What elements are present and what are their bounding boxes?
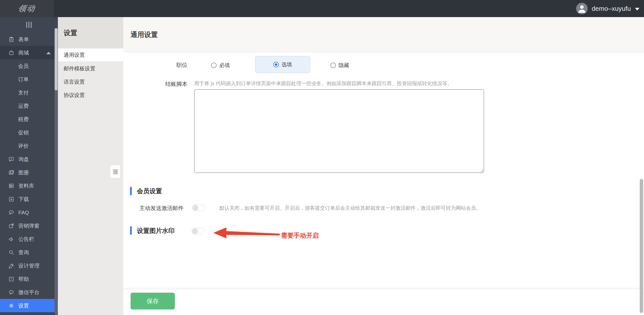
sidebar-item-reviews[interactable]: 评价 bbox=[0, 139, 58, 152]
sidebar-item-label: 设置 bbox=[18, 302, 29, 309]
annotation-text: 需要手动开启 bbox=[281, 231, 319, 240]
sidebar-item-announcement[interactable]: 公告栏 bbox=[0, 232, 58, 246]
download-icon bbox=[8, 196, 15, 202]
radio-option-required[interactable]: 必填 bbox=[211, 62, 230, 69]
sidebar-item-label: 下载 bbox=[18, 196, 29, 203]
sidebar-item-tax[interactable]: 税费 bbox=[0, 113, 58, 126]
announcement-icon bbox=[8, 236, 15, 242]
sidebar-item-label: 订单 bbox=[18, 76, 29, 83]
wechat-icon bbox=[8, 289, 15, 296]
save-button[interactable]: 保存 bbox=[131, 293, 175, 309]
main-scrollbar-thumb[interactable] bbox=[640, 179, 643, 313]
sidebar-item-label: 支付 bbox=[18, 89, 29, 96]
panel-item-label: 通用设置 bbox=[64, 51, 85, 59]
section-accent-bar bbox=[130, 187, 132, 195]
panel-item-label: 语言设置 bbox=[64, 78, 85, 85]
sidebar-item-forms[interactable]: 表单 bbox=[0, 33, 58, 46]
sidebar-item-label: 设计管理 bbox=[18, 262, 39, 269]
sidebar-scrollbar-thumb[interactable] bbox=[55, 28, 58, 90]
chevron-up-icon bbox=[46, 52, 51, 54]
radio-label: 隐藏 bbox=[339, 62, 349, 69]
design-pen-icon bbox=[8, 262, 15, 269]
shop-bag-icon bbox=[8, 49, 15, 56]
inquiry-bubble-icon: ¥ bbox=[8, 156, 15, 163]
faq-bubble-icon bbox=[8, 209, 15, 216]
panel-collapse-button[interactable] bbox=[110, 165, 120, 178]
radio-hidden[interactable] bbox=[330, 63, 336, 68]
gallery-icon bbox=[8, 169, 15, 176]
checkout-script-label: 结账脚本 bbox=[123, 80, 187, 88]
sidebar-item-label: 评价 bbox=[18, 142, 29, 149]
app-logo-text: 领动 bbox=[17, 3, 36, 14]
sidebar-item-faq[interactable]: FAQ bbox=[0, 206, 58, 219]
svg-text:?: ? bbox=[11, 278, 12, 281]
section-accent-bar bbox=[130, 226, 132, 235]
radio-required[interactable] bbox=[211, 63, 217, 68]
radio-option-optional-highlighted[interactable]: 选填 bbox=[255, 56, 310, 73]
sidebar-item-promotion[interactable]: 促销 bbox=[0, 126, 58, 139]
activation-email-description: 默认关闭，如有需要可开启。开启后，游客提交订单后会主动给其邮箱发送一封激活邮件，… bbox=[219, 205, 622, 212]
radio-label: 选填 bbox=[281, 61, 292, 68]
sidebar-item-label: 运费 bbox=[18, 102, 29, 110]
collapse-menu-icon bbox=[112, 169, 118, 175]
search-icon bbox=[8, 249, 15, 256]
sidebar-item-query[interactable]: 查询 bbox=[0, 246, 58, 259]
sidebar-item-gallery[interactable]: 图册 bbox=[0, 166, 58, 179]
sidebar-item-mall[interactable]: 商城 bbox=[0, 46, 58, 59]
sidebar-scrollbar-track[interactable] bbox=[55, 28, 58, 315]
panel-title: 设置 bbox=[58, 17, 123, 48]
app-logo: 领动 bbox=[0, 0, 54, 17]
sidebar-item-label: 营销弹窗 bbox=[18, 222, 39, 229]
sidebar-item-label: 资料库 bbox=[18, 182, 34, 189]
sidebar-item-inquiry[interactable]: ¥ 询盘 bbox=[0, 152, 58, 166]
sidebar-item-download[interactable]: 下载 bbox=[0, 192, 58, 206]
chevron-down-icon bbox=[635, 8, 639, 11]
panel-item-label: 邮件模板设置 bbox=[64, 65, 95, 72]
sidebar-item-wechat[interactable]: 微信平台 bbox=[0, 286, 58, 299]
sidebar-item-members[interactable]: 会员 bbox=[0, 59, 58, 73]
sidebar-item-label: 税费 bbox=[18, 116, 29, 123]
panel-item-language[interactable]: 语言设置 bbox=[58, 75, 123, 88]
sidebar-collapse-handle[interactable] bbox=[0, 17, 58, 33]
help-icon: ? bbox=[8, 276, 15, 282]
library-icon bbox=[8, 183, 15, 189]
sidebar-item-label: 促销 bbox=[18, 129, 29, 136]
user-menu[interactable]: demo–xuyufu bbox=[576, 0, 639, 17]
watermark-toggle[interactable] bbox=[191, 228, 205, 235]
avatar bbox=[576, 3, 588, 14]
sidebar-item-label: 微信平台 bbox=[18, 289, 39, 296]
main-content: 通用设置 职位 必填 选填 隐藏 结账脚本 用于将 js 代码插入到订单详情页面… bbox=[123, 17, 644, 315]
sidebar-item-shipping[interactable]: 运费 bbox=[0, 99, 58, 113]
sidebar-item-label: 帮助 bbox=[18, 276, 29, 283]
checkout-script-description: 用于将 js 代码插入到订单详情页面中来跟踪处理一些业务。例如添加跟踪脚本来跟踪… bbox=[194, 80, 481, 87]
panel-item-general-settings[interactable]: 通用设置 bbox=[58, 48, 123, 62]
sidebar-item-label: 图册 bbox=[18, 169, 29, 176]
gear-icon bbox=[8, 302, 15, 309]
page-header: 通用设置 bbox=[123, 17, 644, 52]
popup-icon bbox=[8, 223, 15, 229]
sidebar-item-library[interactable]: 资料库 bbox=[0, 179, 58, 192]
sidebar-item-settings[interactable]: 设置 bbox=[0, 299, 58, 312]
activation-email-label: 主动发送激活邮件 bbox=[119, 204, 184, 212]
panel-item-agreement[interactable]: 协议设置 bbox=[58, 88, 123, 102]
sidebar-item-marketing-popup[interactable]: 营销弹窗 bbox=[0, 219, 58, 232]
radio-optional-selected[interactable] bbox=[273, 62, 279, 67]
panel-item-email-template[interactable]: 邮件模板设置 bbox=[58, 62, 123, 75]
svg-text:¥: ¥ bbox=[10, 158, 12, 160]
sidebar-item-orders[interactable]: 订单 bbox=[0, 73, 58, 86]
settings-panel: 设置 通用设置 邮件模板设置 语言设置 协议设置 bbox=[58, 17, 123, 315]
sidebar-item-payment[interactable]: 支付 bbox=[0, 86, 58, 99]
position-field-label: 职位 bbox=[123, 61, 187, 69]
sidebar: 表单 商城 会员 订单 支付 运费 税费 促销 评价 ¥ 询盘 图册 资料库 下… bbox=[0, 17, 58, 315]
checkout-script-textarea[interactable] bbox=[194, 89, 484, 173]
radio-option-optional[interactable]: 选填 bbox=[273, 61, 292, 68]
sidebar-item-help[interactable]: ? 帮助 bbox=[0, 272, 58, 286]
sidebar-item-design[interactable]: 设计管理 bbox=[0, 259, 58, 272]
sidebar-item-label: 询盘 bbox=[18, 156, 29, 163]
member-section-title: 会员设置 bbox=[137, 187, 162, 195]
activation-email-toggle[interactable] bbox=[192, 204, 206, 211]
sidebar-item-label: 商城 bbox=[18, 49, 29, 56]
topbar: 领动 demo–xuyufu bbox=[0, 0, 644, 17]
username: demo–xuyufu bbox=[592, 5, 631, 13]
radio-option-hidden[interactable]: 隐藏 bbox=[330, 62, 349, 69]
